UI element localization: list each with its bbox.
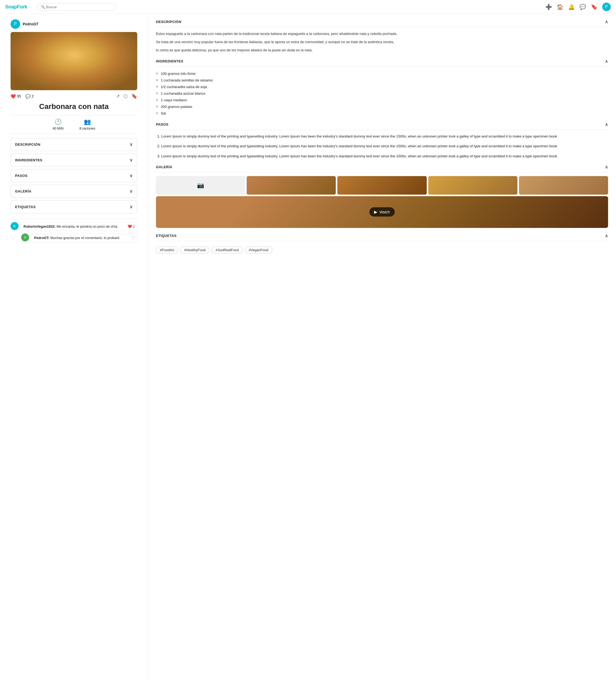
steps-list: Lorem Ipsum is simply dummy text of the … [156, 133, 608, 159]
add-icon[interactable]: ➕ [545, 4, 552, 10]
right-section-ingredientes: INGREDIENTES ∧ 100 gramos tofu firme1 cu… [156, 59, 608, 117]
collapse-pasos-icon[interactable]: ∧ [605, 122, 608, 127]
accordion-header-descripcion[interactable]: DESCRIPCIÓN ∨ [11, 138, 137, 151]
bookmark-icon[interactable]: 🔖 [591, 4, 597, 10]
comment-text: Me encanta, le pondría un poco de chía. [57, 225, 118, 228]
tag-item[interactable]: #VeganFood [245, 247, 272, 254]
action-icons: ↗ ⬡ 🔖 [116, 93, 137, 99]
right-section-etiquetas: ETIQUETAS ∧ #FoodArt#HealthyFood#JustRea… [156, 233, 608, 254]
play-icon: ▶ [374, 209, 377, 215]
bookmark-recipe-icon[interactable]: 🔖 [131, 93, 137, 99]
tag-item[interactable]: #HealthyFood [180, 247, 209, 254]
likes-stat[interactable]: ❤️ 95 [10, 94, 21, 99]
right-section-header-galeria: GALERÍA ∧ [156, 164, 608, 172]
gallery-grid: 📷 [156, 176, 608, 195]
right-panel: DESCRIPCIÓN ∧ Estos espaguetis a la carb… [148, 14, 616, 679]
clock-icon: 🕐 [55, 119, 62, 125]
accordion-label-etiquetas: ETIQUETAS [15, 205, 36, 209]
accordion-label-galeria: GALERÍA [15, 189, 31, 193]
ingredient-dot [156, 112, 158, 114]
main-layout: P PedroGT ❤️ 95 💬 2 ↗ ⬡ 🔖 Carbonara con [0, 14, 616, 679]
recipe-meta: 🕐 40 MIN 👥 8 raciones [10, 115, 137, 134]
comment-item: R RobertoVegan1832: Me encanta, le pondr… [10, 222, 137, 231]
accordion-header-pasos[interactable]: PASOS ∨ [11, 169, 137, 182]
watch-button[interactable]: ▶ Watch [369, 207, 394, 217]
accordion-header-ingredientes[interactable]: INGREDIENTES ∨ [11, 154, 137, 166]
ingredient-item: 1 cucharada semillas de sésamo [156, 77, 608, 84]
time-label: 40 MIN [53, 126, 64, 130]
accordion-label-descripcion: DESCRIPCIÓN [15, 142, 40, 147]
likes-count: 95 [17, 94, 21, 98]
tag-item[interactable]: #JustRealFood [212, 247, 242, 254]
comment-like-icon[interactable]: ❤️ 1 [128, 225, 135, 228]
description-text-3: lo cierto es que queda deliciosa, ya que… [156, 47, 608, 54]
comments-stat[interactable]: 💬 2 [25, 94, 34, 99]
share-icon[interactable]: ⬡ [124, 93, 128, 99]
author-name: PedroGT [23, 22, 38, 26]
logo[interactable]: SnapFork [5, 4, 32, 10]
comment-icon: 💬 [25, 94, 31, 99]
accordion-pasos: PASOS ∨ [10, 169, 137, 182]
gallery-thumb-1[interactable] [247, 176, 336, 195]
gallery-thumb-2[interactable] [337, 176, 426, 195]
servings-meta: 👥 8 raciones [79, 119, 95, 130]
gallery-thumb-3[interactable] [428, 176, 517, 195]
tags-row: #FoodArt#HealthyFood#JustRealFood#VeganF… [156, 245, 608, 254]
bell-icon[interactable]: 🔔 [568, 4, 575, 10]
right-section-pasos: PASOS ∧ Lorem Ipsum is simply dummy text… [156, 122, 608, 159]
reply-author: PedroGT: [34, 236, 50, 240]
chat-icon[interactable]: 💬 [580, 4, 586, 10]
reply-like-icon[interactable]: ♡ [132, 236, 135, 240]
collapse-ingredientes-icon[interactable]: ∧ [605, 59, 608, 64]
search-input[interactable] [37, 3, 116, 11]
chevron-down-icon: ∨ [130, 173, 133, 178]
comment-body: RobertoVegan1832: Me encanta, le pondría… [21, 222, 137, 231]
accordion-etiquetas: ETIQUETAS ∨ [10, 200, 137, 214]
accordion-descripcion: DESCRIPCIÓN ∨ [10, 138, 137, 151]
ingredient-dot [156, 72, 158, 74]
accordion-galeria: GALERÍA ∨ [10, 185, 137, 198]
right-section-title-galeria: GALERÍA [156, 165, 172, 169]
ingredient-dot [156, 86, 158, 88]
ingredient-item: 1 cucharadita azúcar blanco [156, 90, 608, 97]
author-avatar[interactable]: P [10, 19, 20, 29]
chevron-down-icon: ∨ [130, 204, 133, 209]
chevron-down-icon: ∨ [130, 142, 133, 147]
ingredient-dot [156, 79, 158, 81]
chevron-down-icon: ∨ [130, 189, 133, 194]
accordion-header-etiquetas[interactable]: ETIQUETAS ∨ [11, 201, 137, 213]
home-icon[interactable]: 🏠 [557, 4, 563, 10]
reply-body: PedroGT: Muchas gracias por el comentari… [31, 233, 137, 242]
comments-count: 2 [32, 94, 34, 98]
ingredient-item: 200 gramos patatas [156, 103, 608, 110]
ingredient-item: 1/2 cucharadita salsa de soja [156, 84, 608, 90]
step-item: Lorem Ipsum is simply dummy text of the … [161, 133, 608, 139]
gallery-video[interactable]: ▶ Watch [156, 196, 608, 228]
right-section-title-descripcion: DESCRIPCIÓN [156, 20, 181, 24]
accordion-header-galeria[interactable]: GALERÍA ∨ [11, 185, 137, 197]
right-section-title-pasos: PASOS [156, 122, 168, 126]
right-section-title-etiquetas: ETIQUETAS [156, 234, 176, 238]
avatar[interactable]: P [602, 3, 611, 11]
servings-label: 8 raciones [79, 126, 95, 130]
gallery-camera-thumb[interactable]: 📷 [156, 176, 245, 195]
reply-avatar: P [21, 233, 29, 241]
left-panel: P PedroGT ❤️ 95 💬 2 ↗ ⬡ 🔖 Carbonara con [0, 14, 148, 679]
share-external-icon[interactable]: ↗ [116, 93, 120, 99]
description-text-1: Estos espaguetis a la carbonara con nata… [156, 31, 608, 37]
collapse-etiquetas-icon[interactable]: ∧ [605, 233, 608, 238]
collapse-galeria-icon[interactable]: ∧ [605, 164, 608, 169]
ingredients-list: 100 gramos tofu firme1 cucharada semilla… [156, 70, 608, 117]
right-section-descripcion: DESCRIPCIÓN ∧ Estos espaguetis a la carb… [156, 19, 608, 54]
step-item: Lorem Ipsum is simply dummy text of the … [161, 143, 608, 149]
tag-item[interactable]: #FoodArt [156, 247, 178, 254]
right-section-galeria: GALERÍA ∧ 📷 ▶ Watch [156, 164, 608, 228]
comments-section: R RobertoVegan1832: Me encanta, le pondr… [10, 219, 137, 242]
accordion-label-ingredientes: INGREDIENTES [15, 158, 42, 162]
step-item: Lorem Ipsum is simply dummy text of the … [161, 153, 608, 159]
right-section-header-ingredientes: INGREDIENTES ∧ [156, 59, 608, 67]
collapse-descripcion-icon[interactable]: ∧ [605, 19, 608, 24]
gallery-thumb-4[interactable] [519, 176, 608, 195]
header: SnapFork ➕ 🏠 🔔 💬 🔖 P [0, 0, 616, 14]
chevron-down-icon: ∨ [130, 158, 133, 163]
